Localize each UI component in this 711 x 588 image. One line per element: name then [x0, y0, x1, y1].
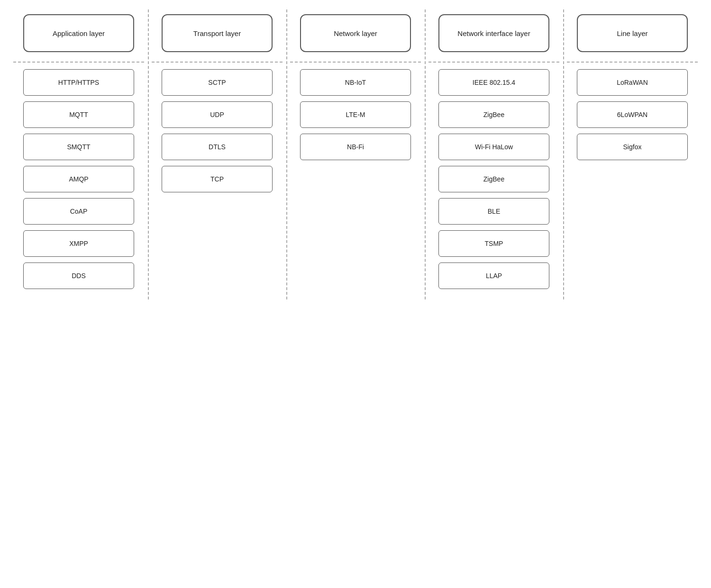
column-network-interface-layer: Network interface layerIEEE 802.15.4ZigB…	[425, 9, 563, 299]
separator-line-layer	[567, 62, 698, 63]
item-network-interface-layer-0: IEEE 802.15.4	[438, 69, 550, 96]
header-application-layer: Application layer	[23, 14, 135, 52]
column-line-layer: Line layerLoRaWAN6LoWPANSigfox	[563, 9, 702, 299]
item-network-layer-0: NB-IoT	[300, 69, 411, 96]
item-transport-layer-3: TCP	[162, 166, 273, 192]
item-application-layer-4: CoAP	[23, 198, 135, 225]
item-network-interface-layer-5: TSMP	[438, 230, 550, 257]
item-application-layer-1: MQTT	[23, 101, 135, 128]
separator-application-layer	[13, 62, 144, 63]
item-line-layer-2: Sigfox	[577, 134, 688, 160]
item-application-layer-0: HTTP/HTTPS	[23, 69, 135, 96]
item-transport-layer-1: UDP	[162, 101, 273, 128]
item-application-layer-6: DDS	[23, 262, 135, 289]
separator-transport-layer	[152, 62, 283, 63]
separator-network-interface-layer	[428, 62, 559, 63]
item-network-interface-layer-6: LLAP	[438, 262, 550, 289]
item-network-interface-layer-2: Wi-Fi HaLow	[438, 134, 550, 160]
item-network-interface-layer-4: BLE	[438, 198, 550, 225]
column-network-layer: Network layerNB-IoTLTE-MNB-Fi	[286, 9, 425, 299]
item-application-layer-2: SMQTT	[23, 134, 135, 160]
header-network-layer: Network layer	[300, 14, 411, 52]
network-diagram: Application layerHTTP/HTTPSMQTTSMQTTAMQP…	[9, 9, 702, 299]
item-network-interface-layer-3: ZigBee	[438, 166, 550, 192]
column-application-layer: Application layerHTTP/HTTPSMQTTSMQTTAMQP…	[9, 9, 148, 299]
header-network-interface-layer: Network interface layer	[438, 14, 550, 52]
column-transport-layer: Transport layerSCTPUDPDTLSTCP	[148, 9, 286, 299]
item-line-layer-0: LoRaWAN	[577, 69, 688, 96]
header-line-layer: Line layer	[577, 14, 688, 52]
item-application-layer-3: AMQP	[23, 166, 135, 192]
item-network-layer-1: LTE-M	[300, 101, 411, 128]
separator-network-layer	[290, 62, 421, 63]
item-network-interface-layer-1: ZigBee	[438, 101, 550, 128]
item-application-layer-5: XMPP	[23, 230, 135, 257]
item-transport-layer-2: DTLS	[162, 134, 273, 160]
item-network-layer-2: NB-Fi	[300, 134, 411, 160]
header-transport-layer: Transport layer	[162, 14, 273, 52]
item-transport-layer-0: SCTP	[162, 69, 273, 96]
item-line-layer-1: 6LoWPAN	[577, 101, 688, 128]
